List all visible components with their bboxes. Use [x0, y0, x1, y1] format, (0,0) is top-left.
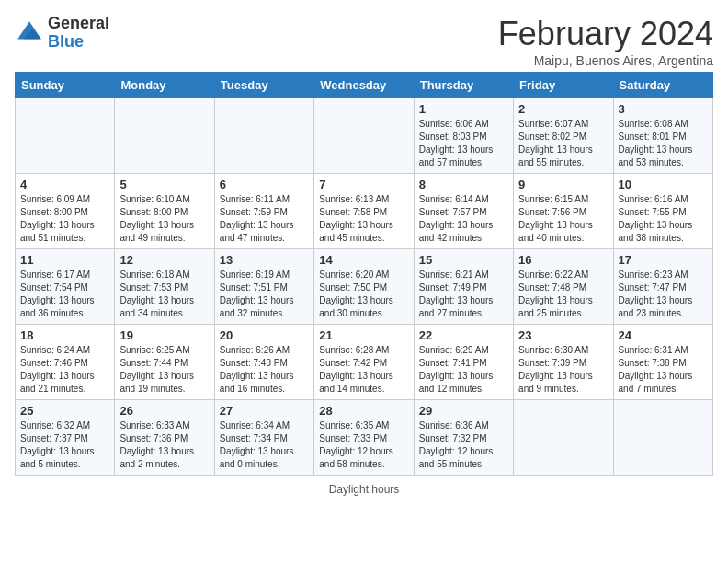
column-header-wednesday: Wednesday [314, 73, 414, 98]
day-number: 22 [419, 328, 508, 342]
week-row-5: 25Sunrise: 6:32 AM Sunset: 7:37 PM Dayli… [16, 400, 713, 476]
calendar-cell [214, 98, 313, 174]
day-number: 21 [319, 328, 408, 342]
calendar-cell: 1Sunrise: 6:06 AM Sunset: 8:03 PM Daylig… [414, 98, 513, 174]
calendar-table: SundayMondayTuesdayWednesdayThursdayFrid… [15, 72, 713, 476]
calendar-cell: 18Sunrise: 6:24 AM Sunset: 7:46 PM Dayli… [16, 325, 115, 400]
day-number: 29 [419, 404, 508, 418]
day-info: Sunrise: 6:15 AM Sunset: 7:56 PM Dayligh… [518, 193, 608, 245]
calendar-cell: 15Sunrise: 6:21 AM Sunset: 7:49 PM Dayli… [414, 249, 513, 325]
location-subtitle: Maipu, Buenos Aires, Argentina [498, 53, 713, 68]
calendar-cell: 4Sunrise: 6:09 AM Sunset: 8:00 PM Daylig… [16, 174, 115, 249]
day-number: 26 [119, 404, 209, 418]
logo-general-text: General [48, 15, 109, 33]
month-title: February 2024 [498, 15, 713, 53]
calendar-cell: 16Sunrise: 6:22 AM Sunset: 7:48 PM Dayli… [514, 249, 613, 325]
day-number: 13 [220, 253, 309, 267]
day-number: 7 [319, 178, 408, 191]
calendar-cell: 6Sunrise: 6:11 AM Sunset: 7:59 PM Daylig… [214, 174, 313, 249]
day-info: Sunrise: 6:10 AM Sunset: 8:00 PM Dayligh… [119, 193, 209, 245]
calendar-cell [514, 400, 613, 476]
calendar-cell: 13Sunrise: 6:19 AM Sunset: 7:51 PM Dayli… [214, 249, 313, 325]
calendar-cell: 29Sunrise: 6:36 AM Sunset: 7:32 PM Dayli… [414, 400, 513, 476]
calendar-cell: 10Sunrise: 6:16 AM Sunset: 7:55 PM Dayli… [613, 174, 712, 249]
calendar-cell: 8Sunrise: 6:14 AM Sunset: 7:57 PM Daylig… [414, 174, 513, 249]
day-number: 23 [518, 328, 608, 342]
day-number: 3 [619, 102, 708, 116]
day-number: 19 [119, 328, 209, 342]
day-info: Sunrise: 6:14 AM Sunset: 7:57 PM Dayligh… [419, 193, 508, 245]
day-info: Sunrise: 6:31 AM Sunset: 7:38 PM Dayligh… [619, 344, 708, 396]
day-info: Sunrise: 6:16 AM Sunset: 7:55 PM Dayligh… [619, 193, 708, 245]
day-info: Sunrise: 6:34 AM Sunset: 7:34 PM Dayligh… [220, 419, 309, 471]
title-area: February 2024 Maipu, Buenos Aires, Argen… [498, 15, 713, 68]
logo-text: General Blue [48, 15, 109, 52]
day-info: Sunrise: 6:18 AM Sunset: 7:53 PM Dayligh… [119, 269, 209, 320]
column-header-sunday: Sunday [16, 73, 115, 98]
day-number: 28 [319, 404, 408, 418]
calendar-cell: 2Sunrise: 6:07 AM Sunset: 8:02 PM Daylig… [514, 98, 613, 174]
day-info: Sunrise: 6:36 AM Sunset: 7:32 PM Dayligh… [419, 419, 508, 471]
column-header-saturday: Saturday [613, 73, 712, 98]
day-info: Sunrise: 6:09 AM Sunset: 8:00 PM Dayligh… [20, 193, 109, 245]
day-number: 24 [619, 328, 708, 342]
footer-note: Daylight hours [15, 483, 713, 496]
day-number: 10 [619, 178, 708, 191]
day-number: 4 [20, 178, 109, 191]
day-info: Sunrise: 6:32 AM Sunset: 7:37 PM Dayligh… [20, 419, 109, 471]
day-number: 11 [20, 253, 109, 267]
day-info: Sunrise: 6:28 AM Sunset: 7:42 PM Dayligh… [319, 344, 408, 396]
calendar-cell [115, 98, 214, 174]
column-header-friday: Friday [514, 73, 613, 98]
logo-blue-text: Blue [48, 33, 109, 52]
calendar-cell: 17Sunrise: 6:23 AM Sunset: 7:47 PM Dayli… [613, 249, 712, 325]
calendar-cell: 21Sunrise: 6:28 AM Sunset: 7:42 PM Dayli… [314, 325, 414, 400]
day-info: Sunrise: 6:24 AM Sunset: 7:46 PM Dayligh… [20, 344, 109, 396]
calendar-cell: 20Sunrise: 6:26 AM Sunset: 7:43 PM Dayli… [214, 325, 313, 400]
logo-icon [15, 18, 44, 48]
day-number: 16 [518, 253, 608, 267]
calendar-cell: 12Sunrise: 6:18 AM Sunset: 7:53 PM Dayli… [115, 249, 214, 325]
header: General Blue February 2024 Maipu, Buenos… [15, 15, 713, 68]
day-number: 12 [119, 253, 209, 267]
day-number: 20 [220, 328, 309, 342]
calendar-cell: 27Sunrise: 6:34 AM Sunset: 7:34 PM Dayli… [214, 400, 313, 476]
calendar-cell: 19Sunrise: 6:25 AM Sunset: 7:44 PM Dayli… [115, 325, 214, 400]
day-info: Sunrise: 6:26 AM Sunset: 7:43 PM Dayligh… [220, 344, 309, 396]
calendar-cell [16, 98, 115, 174]
day-number: 18 [20, 328, 109, 342]
week-row-1: 1Sunrise: 6:06 AM Sunset: 8:03 PM Daylig… [16, 98, 713, 174]
column-header-monday: Monday [115, 73, 214, 98]
calendar-cell: 7Sunrise: 6:13 AM Sunset: 7:58 PM Daylig… [314, 174, 414, 249]
day-info: Sunrise: 6:11 AM Sunset: 7:59 PM Dayligh… [220, 193, 309, 245]
calendar-cell: 5Sunrise: 6:10 AM Sunset: 8:00 PM Daylig… [115, 174, 214, 249]
day-number: 2 [518, 102, 608, 116]
calendar-cell: 26Sunrise: 6:33 AM Sunset: 7:36 PM Dayli… [115, 400, 214, 476]
day-number: 1 [419, 102, 508, 116]
day-info: Sunrise: 6:17 AM Sunset: 7:54 PM Dayligh… [20, 269, 109, 320]
calendar-cell: 28Sunrise: 6:35 AM Sunset: 7:33 PM Dayli… [314, 400, 414, 476]
day-info: Sunrise: 6:29 AM Sunset: 7:41 PM Dayligh… [419, 344, 508, 396]
column-header-thursday: Thursday [414, 73, 513, 98]
calendar-cell: 22Sunrise: 6:29 AM Sunset: 7:41 PM Dayli… [414, 325, 513, 400]
day-info: Sunrise: 6:13 AM Sunset: 7:58 PM Dayligh… [319, 193, 408, 245]
day-info: Sunrise: 6:08 AM Sunset: 8:01 PM Dayligh… [619, 118, 708, 169]
day-number: 6 [220, 178, 309, 191]
day-info: Sunrise: 6:07 AM Sunset: 8:02 PM Dayligh… [518, 118, 608, 169]
logo: General Blue [15, 15, 109, 52]
column-header-tuesday: Tuesday [214, 73, 313, 98]
calendar-cell [613, 400, 712, 476]
day-number: 27 [220, 404, 309, 418]
day-info: Sunrise: 6:22 AM Sunset: 7:48 PM Dayligh… [518, 269, 608, 320]
day-info: Sunrise: 6:19 AM Sunset: 7:51 PM Dayligh… [220, 269, 309, 320]
day-number: 9 [518, 178, 608, 191]
day-info: Sunrise: 6:35 AM Sunset: 7:33 PM Dayligh… [319, 419, 408, 471]
day-number: 17 [619, 253, 708, 267]
footer-note-text: Daylight hours [329, 483, 400, 496]
calendar-cell: 25Sunrise: 6:32 AM Sunset: 7:37 PM Dayli… [16, 400, 115, 476]
day-info: Sunrise: 6:23 AM Sunset: 7:47 PM Dayligh… [619, 269, 708, 320]
calendar-body: 1Sunrise: 6:06 AM Sunset: 8:03 PM Daylig… [16, 98, 713, 476]
day-info: Sunrise: 6:25 AM Sunset: 7:44 PM Dayligh… [119, 344, 209, 396]
header-row: SundayMondayTuesdayWednesdayThursdayFrid… [16, 73, 713, 98]
week-row-2: 4Sunrise: 6:09 AM Sunset: 8:00 PM Daylig… [16, 174, 713, 249]
